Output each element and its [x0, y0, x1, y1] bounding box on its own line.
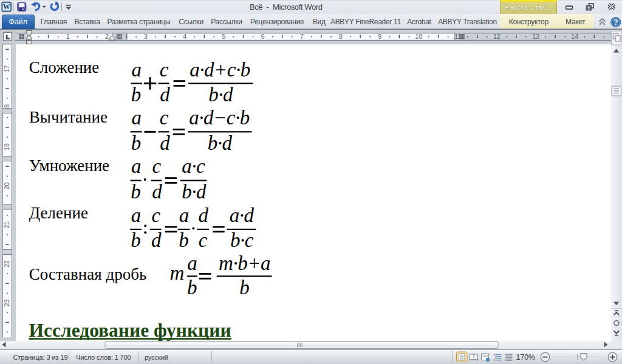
svg-text:170%: 170% [516, 353, 536, 362]
